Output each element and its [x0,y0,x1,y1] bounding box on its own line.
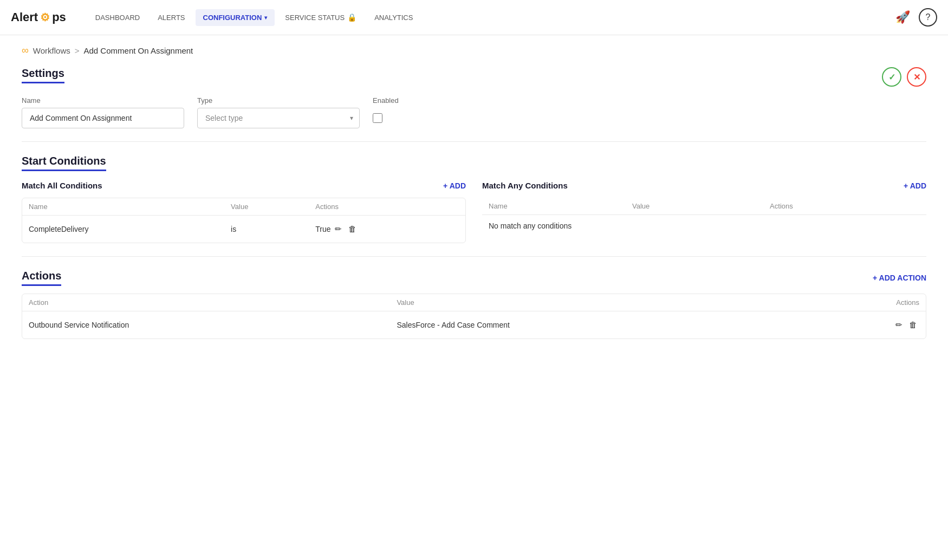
logo-text-ops: ps [52,10,66,24]
type-field-group: Type Select type ▾ [197,96,360,128]
nav-analytics[interactable]: ANALYTICS [367,9,420,26]
match-all-add-button[interactable]: + ADD [443,181,466,190]
col-value-header-any: Value [626,198,763,215]
lock-icon: 🔒 [347,13,356,22]
nav-service-status[interactable]: SERVICE STATUS 🔒 [277,9,364,26]
edit-condition-button[interactable]: ✏ [333,222,344,236]
match-all-title: Match All Conditions [22,181,102,190]
divider-2 [22,256,926,257]
chevron-down-icon: ▾ [264,15,267,21]
logo-icon: ⚙ [40,11,50,24]
match-any-table: Name Value Actions No match any conditio… [482,198,926,237]
condition-value-cell: True ✏ 🗑 [309,216,465,243]
navbar: Alert ⚙ ps DASHBOARD ALERTS CONFIGURATIO… [0,0,948,35]
settings-title: Settings [22,67,64,83]
actions-title: Actions [22,270,61,286]
settings-section-header: Settings ✓ ✕ [22,67,926,87]
name-field-group: Name [22,96,184,128]
breadcrumb: ∞ Workflows > Add Comment On Assignment [0,35,948,62]
cancel-button[interactable]: ✕ [907,67,926,87]
action-value-cell: SalesForce - Add Case Comment [390,311,799,339]
nav-configuration[interactable]: CONFIGURATION ▾ [196,9,275,26]
breadcrumb-parent[interactable]: Workflows [33,46,70,55]
col-name-header-any: Name [482,198,626,215]
actions-col-action: Action [22,294,390,311]
logo-text-alert: Alert [11,10,38,24]
delete-action-button[interactable]: 🗑 [907,318,919,331]
nav-dashboard[interactable]: DASHBOARD [88,9,147,26]
col-name-header: Name [22,198,224,216]
name-input[interactable] [22,108,184,128]
match-any-header: Match Any Conditions + ADD [482,181,926,190]
table-row: Outbound Service Notification SalesForce… [22,311,926,339]
main-content: Settings ✓ ✕ Name Type Select type ▾ Ena… [0,62,948,361]
confirm-button[interactable]: ✓ [882,67,901,87]
edit-action-button[interactable]: ✏ [893,318,905,332]
action-name-cell: Outbound Service Notification [22,311,390,339]
name-label: Name [22,96,184,105]
logo: Alert ⚙ ps [11,10,66,24]
condition-name-cell: CompleteDelivery [22,216,224,243]
table-row: CompleteDelivery is True ✏ 🗑 [22,216,465,243]
add-action-button[interactable]: + ADD ACTION [873,274,926,282]
nav-links: DASHBOARD ALERTS CONFIGURATION ▾ SERVICE… [88,9,421,26]
breadcrumb-icon: ∞ [22,45,29,56]
conditions-grid: Match All Conditions + ADD Name Value Ac… [22,181,926,243]
action-actions-cell: ✏ 🗑 [800,311,926,339]
match-any-panel: Match Any Conditions + ADD Name Value Ac… [482,181,926,243]
actions-col-actions: Actions [800,294,926,311]
table-row: No match any conditions [482,215,926,237]
match-any-title: Match Any Conditions [482,181,568,190]
rocket-button[interactable]: 🚀 [895,10,910,24]
enabled-field-group: Enabled [373,96,399,123]
actions-table-card: Action Value Actions Outbound Service No… [22,294,926,339]
actions-table: Action Value Actions Outbound Service No… [22,294,926,338]
divider-1 [22,141,926,142]
match-all-table-card: Name Value Actions CompleteDelivery is T… [22,198,466,243]
col-value-header: Value [224,198,309,216]
nav-alerts[interactable]: ALERTS [150,9,192,26]
match-all-header: Match All Conditions + ADD [22,181,466,190]
enabled-checkbox[interactable] [373,113,382,123]
col-actions-header: Actions [309,198,465,216]
type-select[interactable]: Select type [197,108,360,128]
settings-actions: ✓ ✕ [882,67,926,87]
type-label: Type [197,96,360,105]
no-conditions-label: No match any conditions [482,215,926,237]
match-any-add-button[interactable]: + ADD [904,181,926,190]
col-actions-header-any: Actions [763,198,926,215]
nav-right: 🚀 ? [895,8,937,27]
delete-condition-button[interactable]: 🗑 [346,222,359,236]
condition-operator-cell: is [224,216,309,243]
match-any-table-card: Name Value Actions No match any conditio… [482,198,926,237]
start-conditions-title: Start Conditions [22,155,106,171]
actions-section-header: Actions + ADD ACTION [22,270,926,286]
enabled-label: Enabled [373,96,399,105]
match-all-table: Name Value Actions CompleteDelivery is T… [22,198,465,243]
settings-form-row: Name Type Select type ▾ Enabled [22,96,926,128]
breadcrumb-separator: > [75,46,80,55]
type-select-wrapper: Select type ▾ [197,108,360,128]
actions-col-value: Value [390,294,799,311]
breadcrumb-current: Add Comment On Assignment [84,46,193,55]
help-button[interactable]: ? [919,8,937,27]
match-all-panel: Match All Conditions + ADD Name Value Ac… [22,181,466,243]
